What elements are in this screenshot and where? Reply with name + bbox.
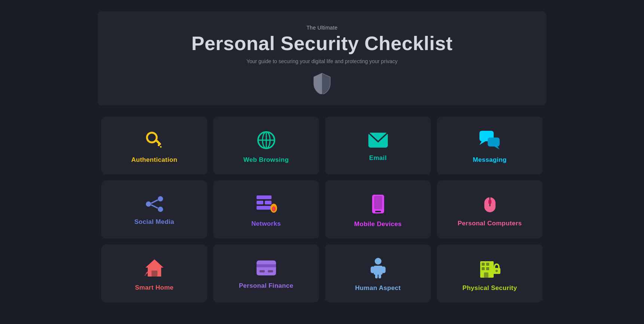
svg-rect-38 <box>371 266 374 273</box>
social-media-icon <box>144 196 165 212</box>
svg-point-14 <box>158 207 163 212</box>
svg-point-49 <box>496 270 498 272</box>
messaging-icon <box>479 130 501 150</box>
web-browsing-icon <box>256 130 276 150</box>
svg-marker-10 <box>479 141 485 145</box>
svg-rect-21 <box>257 206 272 210</box>
mobile-devices-icon <box>371 194 385 215</box>
svg-rect-43 <box>482 263 485 266</box>
card-personal-computers[interactable]: Personal Computers <box>437 180 543 238</box>
svg-line-17 <box>151 205 158 208</box>
svg-rect-32 <box>257 260 276 275</box>
category-grid: Authentication Web Browsing Email <box>98 117 546 302</box>
svg-line-16 <box>151 200 158 203</box>
card-physical-security[interactable]: Physical Security <box>437 244 543 302</box>
personal-computers-icon <box>481 194 499 214</box>
svg-point-0 <box>147 133 157 142</box>
svg-marker-12 <box>494 146 500 149</box>
svg-point-15 <box>146 201 151 207</box>
personal-finance-label: Personal Finance <box>239 282 294 290</box>
svg-rect-35 <box>268 270 273 272</box>
svg-rect-44 <box>486 263 489 266</box>
svg-rect-34 <box>260 270 265 272</box>
svg-rect-25 <box>375 211 381 212</box>
header-subtitle: The Ultimate <box>113 25 531 31</box>
svg-rect-46 <box>486 267 489 270</box>
svg-point-13 <box>158 196 163 201</box>
svg-rect-31 <box>151 271 157 277</box>
header-title: Personal Security Checklist <box>113 32 531 55</box>
svg-rect-47 <box>484 272 488 278</box>
authentication-icon <box>144 130 165 150</box>
email-label: Email <box>369 154 387 162</box>
card-networks[interactable]: Networks <box>213 180 319 238</box>
human-aspect-icon <box>370 257 386 278</box>
svg-rect-20 <box>265 201 272 204</box>
card-email[interactable]: Email <box>325 117 431 175</box>
svg-rect-2 <box>158 144 160 146</box>
authentication-label: Authentication <box>131 156 177 164</box>
svg-rect-40 <box>375 274 378 278</box>
networks-icon <box>255 194 277 214</box>
svg-rect-33 <box>257 264 276 267</box>
mobile-devices-label: Mobile Devices <box>354 220 402 228</box>
card-social-media[interactable]: Social Media <box>101 180 207 238</box>
svg-rect-26 <box>374 196 382 209</box>
web-browsing-label: Web Browsing <box>243 156 289 164</box>
personal-finance-icon <box>256 260 277 276</box>
card-authentication[interactable]: Authentication <box>101 117 207 175</box>
shield-icon <box>113 72 531 94</box>
email-icon <box>368 132 389 148</box>
card-human-aspect[interactable]: Human Aspect <box>325 244 431 302</box>
svg-rect-29 <box>488 200 491 204</box>
smart-home-label: Smart Home <box>135 284 174 291</box>
svg-rect-41 <box>378 274 381 278</box>
svg-rect-39 <box>382 266 386 273</box>
header-desc: Your guide to securing your digital life… <box>113 58 531 64</box>
header-banner: The Ultimate Personal Security Checklist… <box>98 11 546 105</box>
svg-rect-45 <box>482 267 485 270</box>
smart-home-icon <box>144 258 165 278</box>
messaging-label: Messaging <box>473 156 507 164</box>
physical-security-label: Physical Security <box>463 284 517 292</box>
physical-security-icon <box>479 257 501 278</box>
svg-rect-11 <box>488 138 500 146</box>
social-media-label: Social Media <box>134 218 174 226</box>
svg-point-36 <box>375 258 381 265</box>
svg-rect-19 <box>257 201 263 204</box>
networks-label: Networks <box>251 220 281 228</box>
card-messaging[interactable]: Messaging <box>437 117 543 175</box>
svg-rect-37 <box>374 266 383 275</box>
svg-rect-18 <box>257 195 272 199</box>
card-mobile-devices[interactable]: Mobile Devices <box>325 180 431 238</box>
svg-rect-3 <box>160 146 162 148</box>
card-personal-finance[interactable]: Personal Finance <box>213 244 319 302</box>
personal-computers-label: Personal Computers <box>458 220 522 227</box>
card-smart-home[interactable]: Smart Home <box>101 244 207 302</box>
svg-point-23 <box>272 206 276 212</box>
human-aspect-label: Human Aspect <box>355 284 401 292</box>
card-web-browsing[interactable]: Web Browsing <box>213 117 319 175</box>
